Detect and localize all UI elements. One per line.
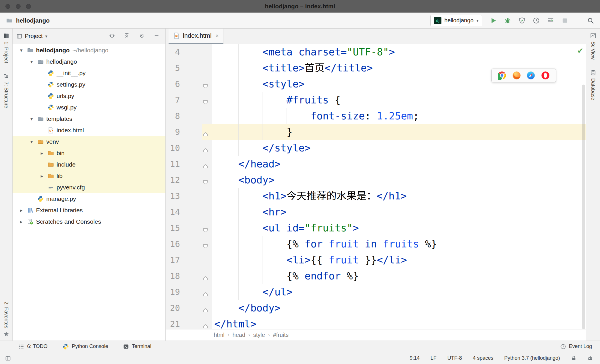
code-line[interactable]: 8font-size: 1.25em; [166, 108, 586, 124]
close-window-button[interactable] [5, 4, 10, 9]
fold-marker-icon[interactable] [202, 321, 209, 327]
expand-arrow-icon[interactable]: ▾ [17, 47, 26, 53]
fold-marker-icon[interactable] [202, 161, 209, 167]
tool-window-tab-7-structure[interactable]: 7: Structure [3, 73, 9, 108]
tree-item-bin[interactable]: ▸bin [13, 147, 165, 159]
run-button[interactable] [490, 17, 497, 24]
tree-item-index-html[interactable]: index.html [13, 125, 165, 136]
tree-item-include[interactable]: include [13, 159, 165, 170]
toolbar-project-name[interactable]: hellodjango [16, 17, 50, 24]
zoom-window-button[interactable] [26, 4, 31, 9]
fold-marker-icon[interactable] [202, 145, 209, 151]
file-encoding-indicator[interactable]: UTF-8 [447, 355, 462, 361]
run-config-selector[interactable]: dj hellodjango ▾ [430, 15, 482, 26]
code-line[interactable]: 19</ul> [166, 284, 586, 300]
minimize-window-button[interactable] [16, 4, 21, 9]
firefox-icon[interactable] [512, 71, 521, 80]
collapse-arrow-icon[interactable]: ▸ [37, 173, 47, 179]
fold-marker-icon[interactable] [202, 241, 209, 247]
safari-icon[interactable] [527, 71, 535, 80]
indent-style-indicator[interactable]: 4 spaces [473, 355, 493, 361]
concurrency-diagram-button[interactable] [547, 17, 554, 24]
code-line[interactable]: 4<meta charset="UTF-8"> [166, 44, 586, 60]
tree-item-venv[interactable]: ▾venv [13, 136, 165, 147]
tree-item-hellodjango[interactable]: ▾hellodjango~/hellodjango [13, 45, 165, 56]
tree-item-scratches-and-consoles[interactable]: ▸Scratches and Consoles [13, 216, 165, 227]
tree-item-pyvenv-cfg[interactable]: pyvenv.cfg [13, 182, 165, 193]
collapse-arrow-icon[interactable]: ▸ [37, 150, 47, 156]
expand-arrow-icon[interactable]: ▾ [27, 116, 36, 122]
breadcrumb-item-head[interactable]: head [232, 332, 246, 338]
fold-marker-icon[interactable] [202, 81, 209, 87]
code-line[interactable]: 16{% for fruit in fruits %} [166, 236, 586, 252]
fold-marker-icon[interactable] [202, 129, 209, 135]
fold-marker-icon[interactable] [202, 97, 209, 103]
toolwindow-toggle-button[interactable] [5, 355, 11, 361]
breadcrumb-item-fruits[interactable]: #fruits [272, 332, 289, 338]
breadcrumb-item-style[interactable]: style [253, 332, 265, 338]
code-line[interactable]: 17<li>{{ fruit }}</li> [166, 252, 586, 268]
terminal-button[interactable]: Terminal [123, 343, 151, 350]
editor-scrollbar[interactable] [582, 85, 585, 329]
6-todo-button[interactable]: 6: TODO [18, 343, 47, 350]
lock-icon[interactable] [571, 355, 577, 361]
search-everywhere-button[interactable] [587, 17, 594, 24]
python-console-button[interactable]: Python Console [62, 343, 108, 350]
code-line[interactable]: 21</html> [166, 316, 586, 329]
line-separator-indicator[interactable]: LF [431, 355, 437, 361]
python-interpreter-indicator[interactable]: Python 3.7 (hellodjango) [504, 355, 560, 361]
code-line[interactable]: 14<hr> [166, 204, 586, 220]
opera-icon[interactable] [541, 71, 550, 80]
tree-item-urls-py[interactable]: urls.py [13, 90, 165, 102]
tree-item-lib[interactable]: ▸lib [13, 170, 165, 182]
fold-marker-icon[interactable] [202, 305, 209, 311]
inspection-ok-icon[interactable]: ✔ [578, 45, 583, 55]
tree-item-manage-py[interactable]: manage.py [13, 193, 165, 205]
collapse-all-button[interactable] [124, 33, 130, 40]
tree-item-wsgi-py[interactable]: wsgi.py [13, 102, 165, 113]
code-line[interactable]: 20</body> [166, 300, 586, 316]
chevron-down-icon[interactable]: ▾ [45, 34, 47, 39]
profile-button[interactable] [533, 17, 540, 24]
collapse-arrow-icon[interactable]: ▸ [17, 219, 26, 225]
tool-window-tab-database[interactable]: Database [590, 69, 596, 100]
expand-arrow-icon[interactable]: ▾ [27, 59, 36, 65]
caret-position[interactable]: 9:14 [410, 355, 420, 361]
fold-marker-icon[interactable] [202, 225, 209, 231]
tree-item-hellodjango[interactable]: ▾hellodjango [13, 56, 165, 67]
tree-item-templates[interactable]: ▾templates [13, 113, 165, 125]
tool-window-tab-2-favorites[interactable]: 2: Favorites [3, 301, 9, 337]
hide-button[interactable] [153, 33, 160, 40]
code-line[interactable]: 18{% endfor %} [166, 268, 586, 284]
tree-item-init-py[interactable]: __init__.py [13, 67, 165, 79]
run-with-coverage-button[interactable] [518, 17, 526, 24]
hector-icon[interactable] [587, 355, 593, 361]
fold-marker-icon[interactable] [202, 177, 209, 183]
collapse-arrow-icon[interactable]: ▸ [17, 207, 26, 213]
tree-item-settings-py[interactable]: settings.py [13, 79, 165, 90]
code-line[interactable]: 15<ul id="fruits"> [166, 220, 586, 236]
chrome-icon[interactable] [498, 71, 506, 80]
editor-tab-index-html[interactable]: index.html × [169, 29, 223, 44]
close-tab-icon[interactable]: × [215, 33, 219, 39]
tool-window-tab-1-project[interactable]: 1: Project [3, 33, 9, 63]
expand-arrow-icon[interactable]: ▾ [27, 139, 36, 145]
code-line[interactable]: 12<body> [166, 172, 586, 188]
breadcrumb-item-html[interactable]: html [213, 332, 225, 338]
locate-button[interactable] [109, 33, 115, 40]
settings-button[interactable] [139, 33, 145, 40]
stop-button[interactable] [561, 17, 569, 24]
code-line[interactable]: 11</head> [166, 156, 586, 172]
debug-button[interactable] [504, 17, 511, 24]
fold-marker-icon[interactable] [202, 289, 209, 295]
code-editor[interactable]: 4<meta charset="UTF-8">5<title>首页</title… [166, 44, 586, 329]
code-line[interactable]: 13<h1>今天推荐的水果是：</h1> [166, 188, 586, 204]
code-line[interactable]: 9} [166, 124, 586, 140]
fold-marker-icon[interactable] [202, 273, 209, 279]
tree-item-external-libraries[interactable]: ▸External Libraries [13, 205, 165, 216]
code-line[interactable]: 10</style> [166, 140, 586, 156]
tool-window-tab-sciview[interactable]: SciView [590, 33, 596, 60]
code-line[interactable]: 7#fruits { [166, 92, 586, 108]
project-panel-title[interactable]: Project [25, 33, 43, 39]
event-log-button[interactable]: Event Log [560, 343, 592, 350]
